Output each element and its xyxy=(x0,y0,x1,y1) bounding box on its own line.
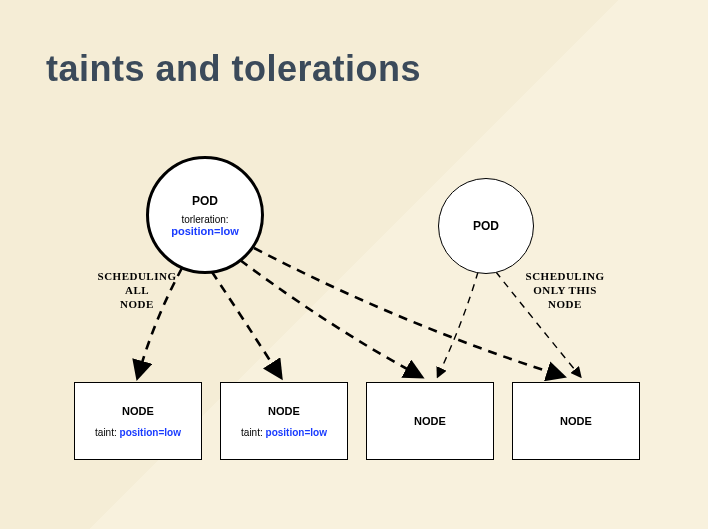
node-2-taint-label: taint: xyxy=(241,427,265,438)
node-1-taint-label: taint: xyxy=(95,427,119,438)
diagram-container: POD torleration: position=low POD SCHEDU… xyxy=(64,150,644,490)
node-3: NODE xyxy=(366,382,494,460)
node-1-taint: taint: position=low xyxy=(95,427,181,438)
pod-right-label: POD xyxy=(473,219,499,233)
node-1-taint-value: position=low xyxy=(120,427,181,438)
node-4: NODE xyxy=(512,382,640,460)
node-3-label: NODE xyxy=(414,415,446,427)
pod-right: POD xyxy=(438,178,534,274)
page-title: taints and tolerations xyxy=(46,48,421,90)
node-2-taint-value: position=low xyxy=(266,427,327,438)
pod-left: POD torleration: position=low xyxy=(146,156,264,274)
annotation-left: SCHEDULINGALLNODE xyxy=(92,270,182,311)
node-4-label: NODE xyxy=(560,415,592,427)
pod-left-sublabel: torleration: xyxy=(181,214,228,225)
node-2: NODE taint: position=low xyxy=(220,382,348,460)
node-2-label: NODE xyxy=(268,405,300,417)
node-1: NODE taint: position=low xyxy=(74,382,202,460)
node-2-taint: taint: position=low xyxy=(241,427,327,438)
pod-left-value: position=low xyxy=(171,225,239,237)
pod-left-label: POD xyxy=(192,194,218,208)
node-1-label: NODE xyxy=(122,405,154,417)
annotation-right: SCHEDULINGONLY THISNODE xyxy=(520,270,610,311)
